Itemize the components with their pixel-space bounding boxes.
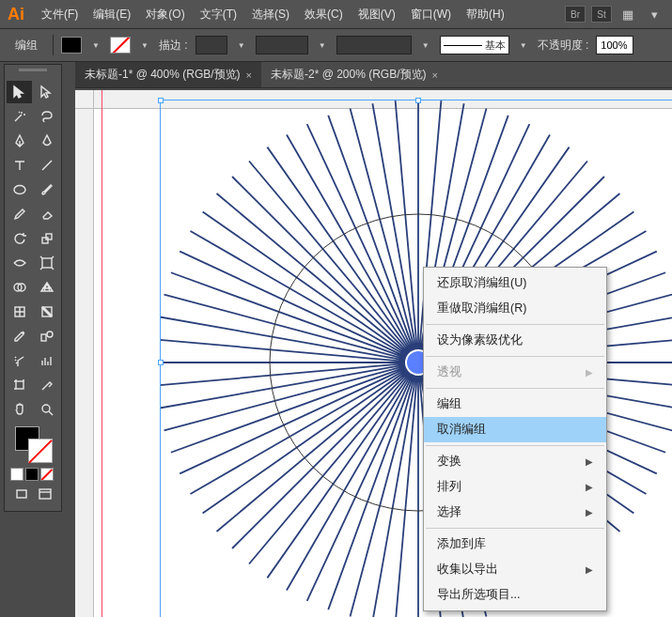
screen-mode-normal[interactable] (10, 484, 32, 504)
menu-object[interactable]: 对象(O) (140, 3, 190, 26)
gradient-mode-icon[interactable] (25, 468, 39, 481)
doc-tab-1[interactable]: 未标题-1* @ 400% (RGB/预览) × (75, 62, 261, 87)
change-screen-mode[interactable] (34, 484, 55, 504)
svg-rect-12 (17, 490, 26, 498)
cm-group[interactable]: 编组 (424, 392, 606, 417)
panel-grip[interactable] (7, 69, 59, 78)
selection-tool[interactable] (7, 81, 32, 103)
doc-tab-title: 未标题-2* @ 200% (RGB/预览) (271, 67, 427, 83)
lasso-tool[interactable] (34, 105, 59, 128)
ruler-vertical[interactable] (75, 109, 94, 617)
slice-tool[interactable] (34, 374, 59, 396)
document-tabs: 未标题-1* @ 400% (RGB/预览) × 未标题-2* @ 200% (… (75, 62, 672, 88)
stroke-weight-field[interactable] (195, 36, 227, 54)
selection-handle[interactable] (158, 360, 164, 365)
opacity-field[interactable] (596, 36, 633, 54)
perspective-grid-tool[interactable] (34, 276, 59, 299)
close-icon[interactable]: × (432, 69, 438, 81)
workspace-caret-icon[interactable]: ▾ (644, 6, 664, 23)
fill-caret-icon[interactable]: ▼ (89, 41, 102, 50)
magic-wand-tool[interactable] (7, 105, 32, 128)
type-tool[interactable] (7, 154, 32, 177)
line-tool[interactable] (34, 154, 59, 177)
fill-stroke-swatches[interactable] (12, 426, 59, 466)
menu-edit[interactable]: 编辑(E) (87, 3, 136, 26)
svg-point-0 (14, 186, 25, 194)
eyedropper-tool[interactable] (7, 325, 32, 347)
selection-handle[interactable] (415, 98, 421, 103)
hand-tool[interactable] (7, 398, 32, 421)
cm-redo[interactable]: 重做取消编组(R) (424, 296, 606, 321)
submenu-arrow-icon: ▶ (586, 564, 593, 575)
cm-arrange[interactable]: 排列▶ (424, 474, 606, 500)
mesh-tool[interactable] (7, 301, 32, 323)
color-mode-icon[interactable] (10, 468, 23, 481)
separator (426, 445, 604, 446)
menu-effect[interactable]: 效果(C) (299, 3, 349, 26)
pen-tool[interactable] (7, 130, 32, 152)
fill-color-well[interactable] (61, 37, 82, 54)
free-transform-tool[interactable] (34, 252, 59, 274)
svg-rect-3 (42, 258, 52, 268)
menu-view[interactable]: 视图(V) (352, 3, 401, 26)
stroke-swatch[interactable] (28, 439, 53, 463)
column-graph-tool[interactable] (34, 349, 59, 372)
close-icon[interactable]: × (246, 69, 252, 81)
width-tool[interactable] (7, 252, 32, 274)
graphic-style-field[interactable]: 基本 (440, 36, 509, 54)
gradient-tool[interactable] (34, 301, 59, 323)
guide-line[interactable] (102, 90, 102, 617)
cm-add-to-library[interactable]: 添加到库 (424, 532, 606, 557)
menu-file[interactable]: 文件(F) (36, 3, 84, 26)
cm-ungroup[interactable]: 取消编组 (424, 417, 606, 442)
cm-undo[interactable]: 还原取消编组(U) (424, 270, 606, 296)
direct-selection-tool[interactable] (34, 81, 59, 103)
cm-collect-export[interactable]: 收集以导出▶ (424, 557, 606, 582)
cm-pixel-optimize[interactable]: 设为像素级优化 (424, 328, 606, 353)
arrange-docs-icon[interactable]: ▦ (617, 6, 638, 23)
cm-export-selection[interactable]: 导出所选项目... (424, 582, 606, 608)
svg-rect-8 (41, 334, 46, 341)
ruler-origin[interactable] (75, 90, 94, 109)
brush-definition-field[interactable] (336, 36, 412, 54)
stroke-profile-field[interactable] (256, 36, 308, 54)
brush-caret-icon[interactable]: ▼ (419, 41, 432, 50)
stroke-color-well[interactable] (110, 37, 131, 54)
selection-handle[interactable] (158, 98, 164, 103)
ellipse-tool[interactable] (7, 178, 32, 201)
doc-tab-title: 未标题-1* @ 400% (RGB/预览) (85, 67, 241, 83)
symbol-sprayer-tool[interactable] (7, 349, 32, 372)
rotate-tool[interactable] (7, 227, 32, 250)
menu-select[interactable]: 选择(S) (246, 3, 295, 26)
menu-text[interactable]: 文字(T) (195, 3, 242, 26)
menu-help[interactable]: 帮助(H) (461, 3, 510, 26)
artboard-tool[interactable] (7, 374, 32, 396)
opacity-label: 不透明度 : (538, 38, 589, 54)
stroke-profile-caret-icon[interactable]: ▼ (316, 41, 329, 50)
stock-badge[interactable]: St (591, 6, 612, 23)
stroke-weight-caret-icon[interactable]: ▼ (235, 41, 248, 50)
stroke-caret-icon[interactable]: ▼ (138, 41, 151, 50)
separator (426, 528, 604, 529)
bridge-badge[interactable]: Br (565, 6, 586, 23)
none-mode-icon[interactable] (40, 468, 54, 481)
eraser-tool[interactable] (34, 203, 59, 225)
brush-tool[interactable] (34, 178, 59, 201)
separator (426, 388, 604, 389)
scale-tool[interactable] (34, 227, 59, 250)
style-caret-icon[interactable]: ▼ (517, 41, 530, 50)
options-bar: 编组 ▼ ▼ 描边 : ▼ ▼ ▼ 基本 ▼ 不透明度 : (0, 28, 672, 62)
zoom-tool[interactable] (34, 398, 59, 421)
svg-rect-10 (16, 381, 23, 389)
cm-transform[interactable]: 变换▶ (424, 449, 606, 474)
doc-tab-2[interactable]: 未标题-2* @ 200% (RGB/预览) × (261, 62, 447, 87)
blend-tool[interactable] (34, 325, 59, 347)
separator (53, 35, 54, 55)
stroke-label: 描边 : (159, 38, 188, 54)
curvature-tool[interactable] (34, 130, 59, 152)
app-logo: Ai (8, 5, 24, 24)
cm-select[interactable]: 选择▶ (424, 500, 606, 525)
shape-builder-tool[interactable] (7, 276, 32, 299)
menu-window[interactable]: 窗口(W) (405, 3, 457, 26)
pencil-tool[interactable] (7, 203, 32, 225)
